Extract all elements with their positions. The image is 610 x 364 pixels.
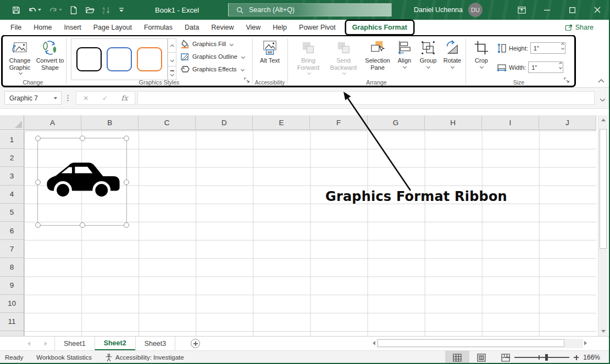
row-header[interactable]: 11 [0, 313, 24, 331]
change-graphic-button[interactable]: Change Graphic [4, 38, 35, 74]
scroll-left-icon[interactable] [373, 341, 375, 345]
graphics-outline-button[interactable]: Graphics Outline [181, 52, 245, 61]
ribbon-tab[interactable]: Power Pivot [293, 21, 342, 34]
style-swatch-black[interactable] [76, 47, 102, 71]
ribbon-tab[interactable]: Formulas [138, 21, 179, 34]
prev-sheet-icon[interactable] [27, 341, 30, 346]
send-backward-button[interactable]: Send Backward [326, 38, 361, 74]
new-file-icon[interactable] [70, 6, 77, 14]
normal-view-button[interactable] [445, 351, 469, 364]
zoom-in-icon[interactable] [574, 355, 579, 360]
ribbon-tab[interactable]: Page Layout [87, 21, 138, 34]
width-input[interactable]: 1" [528, 61, 563, 73]
gallery-more-button[interactable] [168, 66, 176, 80]
ribbon-tab[interactable]: Graphics Format [346, 21, 413, 34]
resize-handle-ne[interactable] [124, 136, 129, 141]
close-button[interactable] [585, 0, 610, 20]
name-box[interactable]: Graphic 7 [4, 91, 62, 105]
row-header[interactable]: 1 [0, 131, 24, 149]
row-header[interactable]: 8 [0, 258, 24, 276]
row-header[interactable]: 9 [0, 277, 24, 295]
horizontal-scrollbar[interactable] [373, 338, 587, 348]
graphics-effects-button[interactable]: Graphics Effects [181, 65, 244, 74]
gallery-up-button[interactable] [168, 38, 176, 53]
column-header[interactable]: H [425, 115, 482, 130]
ribbon-tab[interactable]: Help [267, 21, 293, 34]
car-graphic[interactable] [43, 156, 123, 207]
graphics-fill-button[interactable]: Graphics Fill [181, 40, 233, 48]
search-box[interactable]: Search (Alt+Q) [228, 3, 392, 16]
scroll-up-icon[interactable] [598, 115, 608, 125]
column-header[interactable]: B [81, 115, 138, 130]
row-header[interactable]: 7 [0, 240, 24, 258]
minimize-button[interactable] [534, 0, 559, 20]
sort-az-icon[interactable]: AZ [102, 6, 111, 14]
scroll-right-icon[interactable] [584, 341, 587, 345]
column-header[interactable]: D [196, 115, 253, 130]
resize-handle-nw[interactable] [35, 136, 41, 141]
page-layout-view-button[interactable] [469, 351, 493, 364]
zoom-out-icon[interactable] [505, 357, 510, 358]
graphic-selection-box[interactable] [37, 138, 127, 226]
save-icon[interactable] [12, 6, 20, 14]
ribbon-tab[interactable]: View [240, 21, 267, 34]
ribbon-tab[interactable]: Data [179, 21, 205, 34]
column-header[interactable]: C [138, 115, 196, 130]
formula-input[interactable] [137, 91, 595, 105]
maximize-button[interactable] [559, 0, 585, 20]
collapse-ribbon-icon[interactable] [598, 75, 605, 85]
rotate-button[interactable]: Rotate [441, 38, 464, 68]
select-all-corner[interactable] [0, 115, 24, 130]
accessibility-status[interactable]: Accessibility: Investigate [105, 354, 184, 362]
name-box-caret-icon[interactable] [54, 97, 57, 99]
row-header[interactable]: 12 [0, 331, 24, 336]
workbook-statistics-button[interactable]: Workbook Statistics [36, 354, 92, 361]
avatar[interactable]: DU [468, 3, 483, 17]
ribbon-tab[interactable]: File [4, 21, 27, 34]
sheet-tab[interactable]: Sheet1 [54, 337, 95, 350]
ribbon-display-options-icon[interactable] [509, 0, 534, 20]
graphics-styles-gallery[interactable] [71, 38, 168, 80]
open-folder-icon[interactable] [85, 6, 95, 14]
resize-handle-n[interactable] [80, 136, 85, 141]
expand-formula-bar-icon[interactable] [600, 94, 606, 104]
gallery-down-button[interactable] [168, 53, 176, 66]
customize-qat-icon[interactable] [119, 7, 124, 13]
vertical-scrollbar-thumb[interactable] [600, 129, 607, 249]
enter-icon[interactable]: ✓ [102, 94, 108, 102]
height-spinner[interactable] [562, 43, 564, 49]
formula-bar-drag-handle[interactable] [67, 94, 69, 102]
bring-forward-button[interactable]: Bring Forward [292, 38, 324, 74]
horizontal-scrollbar-thumb[interactable] [378, 339, 564, 347]
style-swatch-orange[interactable] [137, 47, 162, 71]
resize-handle-sw[interactable] [35, 222, 41, 228]
column-header[interactable]: E [253, 115, 310, 130]
column-header[interactable]: F [310, 115, 367, 130]
row-header[interactable]: 4 [0, 186, 24, 204]
selection-pane-button[interactable]: Selection Pane [363, 38, 392, 71]
sheet-tab[interactable]: Sheet2 [95, 337, 136, 350]
account-area[interactable]: Daniel Uchenna DU [414, 0, 483, 20]
row-header[interactable]: 5 [0, 204, 24, 222]
row-header[interactable]: 10 [0, 295, 24, 313]
alt-text-button[interactable]: Alt Text [257, 38, 283, 64]
style-swatch-blue[interactable] [107, 47, 132, 71]
insert-function-icon[interactable]: fx [121, 94, 128, 102]
crop-button[interactable]: Crop [470, 38, 492, 68]
width-spinner[interactable] [559, 63, 562, 69]
resize-handle-s[interactable] [80, 222, 85, 228]
cancel-icon[interactable]: ✕ [83, 94, 88, 102]
column-header[interactable]: A [24, 115, 81, 130]
row-header[interactable]: 6 [0, 222, 24, 240]
zoom-slider-thumb[interactable] [545, 354, 548, 361]
group-button[interactable]: Group [417, 38, 440, 68]
next-sheet-icon[interactable] [45, 341, 47, 346]
resize-handle-se[interactable] [124, 222, 129, 228]
zoom-slider[interactable] [514, 357, 569, 358]
styles-dialog-launcher-icon[interactable] [244, 75, 249, 85]
resize-handle-e[interactable] [124, 180, 129, 185]
ribbon-tab[interactable]: Home [27, 21, 58, 34]
zoom-level[interactable]: 166% [583, 354, 600, 361]
column-header[interactable]: I [482, 115, 539, 130]
height-input[interactable]: 1" [530, 42, 565, 54]
